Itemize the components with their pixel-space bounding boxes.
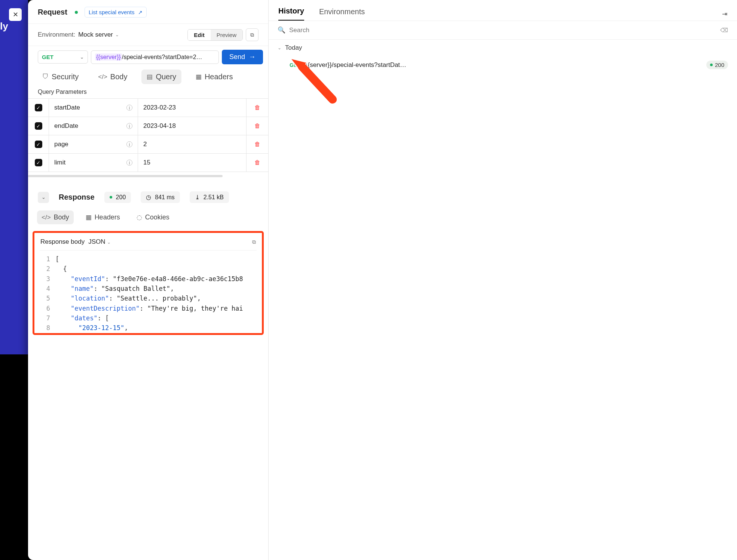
chevron-down-icon: ⌄ <box>42 194 46 200</box>
time-value: 841 ms <box>155 194 174 201</box>
preview-toggle[interactable]: Preview <box>211 30 242 40</box>
copy-response-button[interactable]: ⧉ <box>252 239 256 245</box>
download-icon: ⤓ <box>195 194 200 201</box>
info-icon[interactable]: i <box>126 141 132 147</box>
tab-query[interactable]: ▤ Query <box>141 70 181 84</box>
response-format-value: JSON <box>88 238 105 245</box>
param-checkbox[interactable]: ✓ <box>35 122 42 130</box>
send-button[interactable]: Send → <box>222 50 263 64</box>
status-dot-icon <box>110 196 112 199</box>
trash-icon: 🗑 <box>254 141 260 148</box>
param-checkbox[interactable]: ✓ <box>35 141 42 148</box>
tab-response-body-label: Body <box>54 213 69 221</box>
url-variable: {{server}} <box>95 53 122 61</box>
response-tabs: </> Body ▦ Headers ◌ Cookies <box>28 206 268 229</box>
tab-headers-label: Headers <box>205 73 233 81</box>
response-size: ⤓ 2.51 kB <box>190 191 229 203</box>
info-icon[interactable]: i <box>126 123 132 129</box>
response-format-select[interactable]: JSON ⌄ <box>88 238 111 246</box>
operation-link[interactable]: List special events ↗ <box>85 7 147 18</box>
param-value[interactable]: 2 <box>143 141 147 148</box>
search-icon: 🔍 <box>278 26 285 34</box>
info-icon[interactable]: i <box>126 105 132 111</box>
clock-icon: ◷ <box>146 194 151 201</box>
cookie-icon: ◌ <box>137 213 142 221</box>
copy-icon: ⧉ <box>252 239 256 245</box>
copy-button[interactable]: ⧉ <box>246 28 259 41</box>
param-name[interactable]: startDate <box>54 104 80 111</box>
history-search-row: 🔍 ⌫ <box>269 21 468 40</box>
tab-query-label: Query <box>156 73 176 81</box>
external-link-icon: ↗ <box>138 9 143 15</box>
tab-response-cookies[interactable]: ◌ Cookies <box>132 210 174 224</box>
environment-row: Environment: Mock server ⌄ Edit Preview … <box>28 24 268 46</box>
tab-response-headers-label: Headers <box>95 213 120 221</box>
status-dot-icon <box>75 11 78 14</box>
environment-select[interactable]: Mock server ⌄ <box>78 31 119 39</box>
method-value: GET <box>42 54 53 60</box>
history-group-label: Today <box>285 44 302 52</box>
main-window: Request List special events ↗ Environmen… <box>28 0 468 354</box>
chevron-down-icon: ⌄ <box>80 55 84 60</box>
tab-security-label: Security <box>52 73 79 81</box>
history-item[interactable]: GET {{server}}/special-events?startDat… … <box>269 56 468 74</box>
param-value[interactable]: 15 <box>143 159 150 166</box>
tab-history[interactable]: History <box>278 7 304 21</box>
table-row: ✓ pagei 2 🗑 <box>28 135 268 154</box>
url-input[interactable]: {{server}}/special-events?startDate=2… <box>91 50 219 64</box>
trash-icon: 🗑 <box>254 123 260 129</box>
status-code: 200 <box>116 194 126 201</box>
request-header: Request List special events ↗ <box>28 0 268 24</box>
side-tabs: History Environments ⇥ <box>269 0 468 21</box>
param-checkbox[interactable]: ✓ <box>35 159 42 166</box>
response-title: Response <box>59 193 95 201</box>
response-body-label: Response body <box>40 238 85 246</box>
tab-response-cookies-label: Cookies <box>145 213 169 221</box>
size-value: 2.51 kB <box>204 194 224 201</box>
query-params-table: ✓ startDatei 2023-02-23 🗑 ✓ endDatei 202… <box>28 98 268 172</box>
request-tabs: ⛉ Security </> Body ▤ Query ▦ Headers <box>28 68 268 89</box>
delete-param-button[interactable]: 🗑 <box>247 117 268 135</box>
close-icon: ✕ <box>13 10 18 19</box>
arrow-right-icon: → <box>249 53 256 61</box>
param-value[interactable]: 2023-04-18 <box>143 122 176 130</box>
edit-preview-toggle: Edit Preview <box>187 29 243 41</box>
method-select[interactable]: GET ⌄ <box>38 50 88 64</box>
tab-headers[interactable]: ▦ Headers <box>190 70 238 84</box>
collapse-response-button[interactable]: ⌄ <box>38 192 49 203</box>
table-icon: ▦ <box>86 213 92 221</box>
param-name[interactable]: page <box>54 141 68 148</box>
shield-icon: ⛉ <box>42 73 49 81</box>
tab-security[interactable]: ⛉ Security <box>37 70 84 84</box>
operation-link-label: List special events <box>89 9 135 15</box>
info-icon[interactable]: i <box>126 160 132 166</box>
history-group-today[interactable]: ⌄ Today <box>269 40 468 56</box>
tab-environments[interactable]: Environments <box>319 7 365 21</box>
tab-response-body[interactable]: </> Body <box>37 210 74 224</box>
tab-body[interactable]: </> Body <box>93 70 132 84</box>
code-icon: </> <box>98 73 107 81</box>
tab-response-headers[interactable]: ▦ Headers <box>81 210 125 224</box>
table-row: ✓ startDatei 2023-02-23 🗑 <box>28 99 268 117</box>
param-checkbox[interactable]: ✓ <box>35 104 42 111</box>
request-title: Request <box>38 8 67 16</box>
backdrop-sidebar: ly <box>0 0 28 354</box>
param-name[interactable]: limit <box>54 159 65 166</box>
delete-param-button[interactable]: 🗑 <box>247 99 268 117</box>
url-path: /special-events?startDate=2… <box>122 54 202 60</box>
close-button[interactable]: ✕ <box>9 8 22 21</box>
request-pane: Request List special events ↗ Environmen… <box>28 0 269 354</box>
edit-toggle[interactable]: Edit <box>188 30 210 40</box>
status-badge: 200 <box>104 192 131 203</box>
delete-param-button[interactable]: 🗑 <box>247 154 268 172</box>
response-body-header: Response body JSON ⌄ ⧉ <box>40 237 257 250</box>
history-url: {{server}}/special-events?startDat… <box>306 61 468 69</box>
delete-param-button[interactable]: 🗑 <box>247 135 268 153</box>
response-code-block[interactable]: 1[ 2 { 3 "eventId": "f3e0e76e-e4a8-466e-… <box>40 254 257 333</box>
trash-icon: 🗑 <box>254 159 260 166</box>
param-name[interactable]: endDate <box>54 122 78 130</box>
chevron-down-icon: ⌄ <box>107 240 111 245</box>
response-body-highlight: Response body JSON ⌄ ⧉ 1[ 2 { 3 "eventId… <box>33 231 264 335</box>
history-search-input[interactable] <box>289 27 468 34</box>
param-value[interactable]: 2023-02-23 <box>143 104 176 111</box>
